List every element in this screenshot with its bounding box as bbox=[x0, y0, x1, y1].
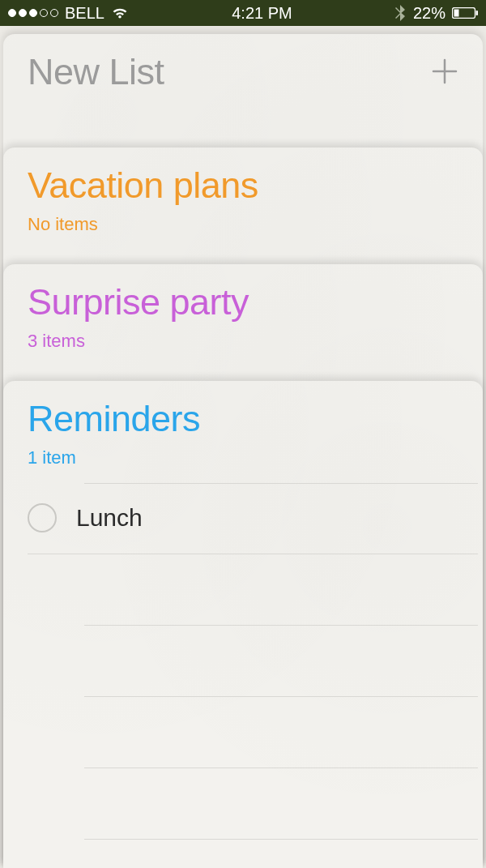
list-card-reminders[interactable]: Reminders 1 item Lunch bbox=[3, 381, 483, 868]
status-time: 4:21 PM bbox=[232, 4, 292, 23]
list-title: Vacation plans bbox=[28, 165, 458, 206]
reminder-item[interactable]: Lunch bbox=[28, 483, 478, 554]
lists-stack: New List Vacation plans No items Surpris… bbox=[0, 26, 486, 868]
reminder-empty-line[interactable] bbox=[84, 697, 478, 768]
reminder-checkbox[interactable] bbox=[28, 503, 57, 532]
reminder-items-area: Lunch bbox=[28, 483, 478, 869]
bluetooth-icon bbox=[395, 5, 405, 21]
signal-strength-icon bbox=[8, 9, 58, 17]
svg-rect-2 bbox=[475, 11, 478, 15]
battery-icon bbox=[452, 7, 478, 19]
reminder-empty-line[interactable] bbox=[84, 840, 478, 869]
carrier-label: BELL bbox=[65, 4, 104, 23]
status-bar: BELL 4:21 PM 22% bbox=[0, 0, 486, 26]
list-title: Reminders bbox=[28, 399, 478, 439]
reminder-empty-line[interactable] bbox=[84, 626, 478, 697]
add-list-button[interactable] bbox=[431, 53, 458, 92]
list-count-label: No items bbox=[28, 214, 458, 235]
status-left: BELL bbox=[8, 4, 129, 23]
wifi-icon bbox=[111, 6, 129, 19]
battery-percent: 22% bbox=[413, 4, 446, 23]
reminder-text[interactable]: Lunch bbox=[76, 504, 143, 532]
list-title: Surprise party bbox=[28, 282, 458, 323]
list-count-label: 1 item bbox=[28, 447, 478, 468]
plus-icon bbox=[431, 58, 458, 85]
reminder-empty-line[interactable] bbox=[84, 768, 478, 840]
new-list-title: New List bbox=[28, 52, 164, 92]
svg-rect-1 bbox=[454, 10, 458, 17]
status-right: 22% bbox=[395, 4, 478, 23]
list-count-label: 3 items bbox=[28, 331, 458, 352]
reminder-empty-line[interactable] bbox=[84, 554, 478, 626]
